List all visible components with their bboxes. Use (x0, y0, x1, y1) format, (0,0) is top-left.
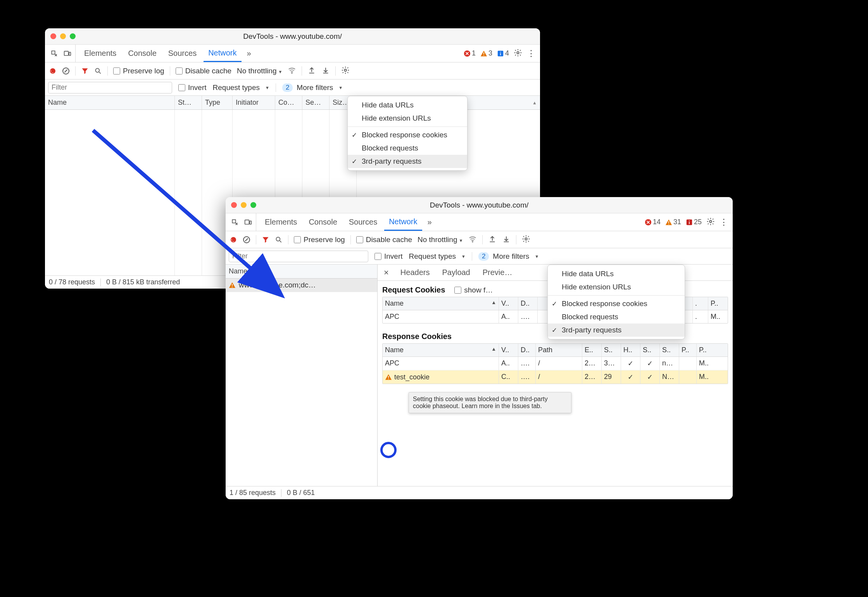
close-dot[interactable] (50, 33, 56, 39)
status-bar: 1 / 85 requests 0 B / 651 (226, 486, 733, 499)
col-v[interactable]: V.. (499, 297, 518, 310)
network-toolbar: Preserve log Disable cache No throttling… (226, 231, 733, 248)
request-types-dropdown[interactable]: Request types▼ (213, 83, 269, 92)
dtab-preview[interactable]: Previe… (477, 265, 518, 280)
filter-icon[interactable] (81, 67, 89, 75)
annotation-circle (380, 442, 397, 458)
kebab-menu-icon[interactable]: ⋮ (720, 217, 728, 227)
network-settings-icon[interactable] (522, 235, 530, 245)
svg-rect-18 (668, 223, 669, 224)
upload-icon[interactable] (307, 66, 316, 76)
close-details-icon[interactable]: × (379, 268, 393, 278)
mi-blocked-requests[interactable]: Blocked requests (348, 142, 467, 155)
more-filters-dropdown[interactable]: 2 More filters ▼ (282, 83, 343, 92)
col-name[interactable]: Name (45, 96, 175, 109)
settings-icon[interactable] (706, 217, 715, 227)
info-count[interactable]: 25 (686, 218, 702, 226)
clear-button[interactable] (62, 67, 70, 75)
invert-checkbox[interactable]: Invert (374, 252, 403, 261)
search-icon[interactable] (94, 67, 102, 75)
col-connection[interactable]: Co… (275, 96, 302, 109)
window-title: DevTools - www.youtube.com/ (243, 32, 342, 41)
mi-hide-ext-urls[interactable]: Hide extension URLs (548, 280, 685, 294)
col-setcookies[interactable]: Se… (302, 96, 330, 109)
col-name[interactable]: Name▲ (383, 297, 499, 310)
tab-sources[interactable]: Sources (164, 45, 201, 62)
show-filtered-checkbox[interactable]: show f… (454, 286, 493, 294)
more-tabs-icon[interactable]: » (425, 218, 435, 227)
svg-rect-17 (668, 221, 669, 223)
tab-elements[interactable]: Elements (79, 45, 121, 62)
col-name[interactable]: Name▲ (383, 344, 499, 356)
annotation-arrow (89, 126, 291, 305)
svg-point-22 (709, 220, 712, 223)
preserve-log-checkbox[interactable]: Preserve log (113, 67, 164, 75)
window-controls (50, 33, 76, 39)
more-tabs-icon[interactable]: » (244, 49, 254, 58)
col-type[interactable]: Type (202, 96, 233, 109)
invert-checkbox[interactable]: Invert (178, 83, 207, 92)
tab-sources[interactable]: Sources (344, 213, 382, 231)
tab-network[interactable]: Network (204, 45, 241, 62)
throttling-select[interactable]: No throttling▼ (237, 67, 282, 75)
window-title: DevTools - www.youtube.com/ (430, 201, 529, 209)
request-count: 1 / 85 requests (230, 489, 276, 497)
network-settings-icon[interactable] (341, 66, 350, 76)
settings-icon[interactable] (514, 48, 522, 59)
mi-hide-data-urls[interactable]: Hide data URLs (348, 99, 467, 112)
error-count[interactable]: 1 (464, 49, 476, 57)
tab-network[interactable]: Network (384, 213, 422, 231)
upload-icon[interactable] (488, 235, 497, 245)
error-count[interactable]: 14 (645, 218, 661, 226)
svg-point-11 (292, 73, 292, 73)
filter-input[interactable] (48, 82, 172, 93)
preserve-log-checkbox[interactable]: Preserve log (294, 235, 345, 244)
cookie-row[interactable]: APC A.. …. / 2… 3… ✓ ✓ n… M.. (383, 357, 728, 370)
disable-cache-checkbox[interactable]: Disable cache (176, 67, 231, 75)
inspect-icon[interactable] (50, 50, 58, 57)
warning-count[interactable]: 3 (480, 49, 492, 57)
dtab-headers[interactable]: Headers (395, 265, 435, 280)
download-icon[interactable] (321, 66, 330, 76)
record-button[interactable] (49, 67, 57, 75)
tab-console[interactable]: Console (123, 45, 161, 62)
mi-blocked-requests[interactable]: Blocked requests (548, 310, 685, 324)
info-count[interactable]: 4 (497, 49, 509, 57)
kebab-menu-icon[interactable]: ⋮ (527, 48, 535, 59)
tab-console[interactable]: Console (304, 213, 342, 231)
mi-3rd-party[interactable]: ✓3rd-party requests (548, 324, 685, 337)
disable-cache-checkbox[interactable]: Disable cache (356, 235, 412, 244)
more-filters-menu: Hide data URLs Hide extension URLs ✓Bloc… (347, 96, 468, 171)
panel-tabbar: Elements Console Sources Network » 14 31… (226, 213, 733, 231)
cookie-row-blocked[interactable]: test_cookie C.. …. / 2… 29 ✓ ✓ N… M.. (383, 370, 728, 384)
svg-point-25 (525, 238, 528, 240)
download-icon[interactable] (502, 235, 511, 245)
more-filters-dropdown[interactable]: 2 More filters ▼ (478, 252, 539, 261)
mi-3rd-party[interactable]: ✓3rd-party requests (348, 155, 467, 168)
svg-point-9 (517, 52, 519, 54)
mi-blocked-response-cookies[interactable]: ✓Blocked response cookies (348, 128, 467, 142)
warning-count[interactable]: 31 (665, 218, 681, 226)
filter-bar: Invert Request types▼ 2 More filters ▼ (226, 248, 733, 265)
blocked-cookie-tooltip: Setting this cookie was blocked due to t… (409, 392, 571, 413)
svg-rect-2 (69, 52, 71, 55)
svg-rect-21 (689, 222, 690, 224)
request-types-dropdown[interactable]: Request types▼ (409, 252, 466, 261)
mi-blocked-response-cookies[interactable]: ✓Blocked response cookies (548, 297, 685, 310)
maximize-dot[interactable] (70, 33, 76, 39)
svg-line-30 (93, 130, 279, 293)
wifi-icon[interactable] (468, 235, 477, 245)
svg-rect-0 (52, 51, 55, 54)
wifi-icon[interactable] (288, 66, 296, 76)
throttling-select[interactable]: No throttling▼ (418, 235, 463, 244)
mi-hide-data-urls[interactable]: Hide data URLs (548, 267, 685, 280)
mi-hide-ext-urls[interactable]: Hide extension URLs (348, 112, 467, 125)
minimize-dot[interactable] (60, 33, 66, 39)
devtools-window-2: DevTools - www.youtube.com/ Elements Con… (226, 197, 733, 499)
col-d[interactable]: D.. (518, 297, 538, 310)
dtab-payload[interactable]: Payload (437, 265, 475, 280)
device-icon[interactable] (64, 50, 71, 57)
svg-rect-28 (388, 376, 389, 378)
col-status[interactable]: St… (175, 96, 202, 109)
col-initiator[interactable]: Initiator (233, 96, 275, 109)
